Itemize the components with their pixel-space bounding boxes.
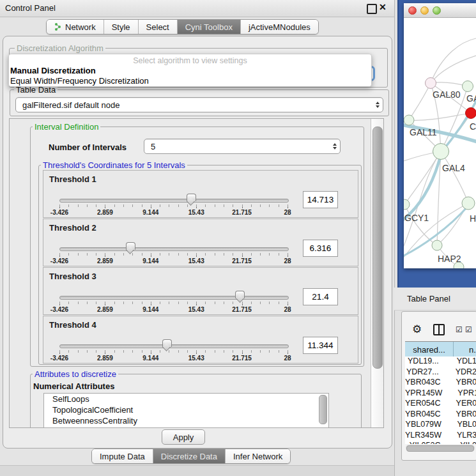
dropdown-placeholder: Select algorithm to view settings xyxy=(9,56,371,65)
cell-shared-name[interactable]: YIL052C xyxy=(405,441,445,444)
tab-discretize-data[interactable]: Discretize Data xyxy=(153,449,225,463)
table-row[interactable]: YIL052CYIL0 xyxy=(405,441,476,444)
threshold-2-slider[interactable]: -3.426 2.859 9.144 15.43 21.715 28 xyxy=(59,246,288,265)
cell-name[interactable]: YPR1 xyxy=(442,388,476,399)
cell-shared-name[interactable]: YBR043C xyxy=(405,378,441,388)
close-icon[interactable]: ✕ xyxy=(379,2,387,12)
network-canvas[interactable]: GAL80 GA GAL11 C GAL4 GCY1 H HAP2 xyxy=(404,17,476,268)
gear-icon[interactable]: ⚙ xyxy=(412,323,422,336)
list-item[interactable]: TopologicalCoefficient xyxy=(44,404,328,415)
slider-handle[interactable] xyxy=(126,242,135,250)
cell-shared-name[interactable]: YBL079W xyxy=(405,420,441,431)
list-item[interactable]: SelfLoops xyxy=(44,394,328,404)
table-row[interactable]: YDR27...YDR2 xyxy=(405,367,476,378)
threshold-2-value-field[interactable]: 6.316 xyxy=(303,240,338,257)
node-h[interactable] xyxy=(462,197,475,210)
table-data-combobox[interactable]: galFiltered.sif default node xyxy=(15,97,383,112)
zoom-traffic-light[interactable] xyxy=(433,6,441,15)
table-row[interactable]: YBL079WYBL0 xyxy=(405,420,476,431)
threshold-3-slider[interactable]: -3.426 2.859 9.144 15.43 21.715 28 xyxy=(59,295,288,314)
tab-cyni-toolbox[interactable]: Cyni Toolbox xyxy=(177,20,240,34)
tab-style[interactable]: Style xyxy=(104,20,138,34)
table-row[interactable]: YER054CYER0 xyxy=(405,399,476,410)
table-horizontal-scrollbar[interactable] xyxy=(406,445,475,451)
split-view-icon[interactable] xyxy=(433,324,445,335)
stepper-icon[interactable] xyxy=(330,143,340,150)
threshold-1-panel: Threshold 1 -3.426 2.859 9.144 xyxy=(43,170,358,218)
cell-name[interactable]: YBR0 xyxy=(441,410,476,420)
list-scrollbar[interactable] xyxy=(319,395,327,424)
close-traffic-light[interactable] xyxy=(408,6,417,15)
node-gal4[interactable] xyxy=(433,144,449,160)
threshold-1-value-field[interactable]: 14.713 xyxy=(303,191,338,208)
cell-shared-name[interactable]: YDR27... xyxy=(405,367,440,378)
node-label: GCY1 xyxy=(404,213,429,223)
cell-name[interactable]: YIL0 xyxy=(445,441,476,444)
node-label: GAL80 xyxy=(433,89,461,100)
table-row[interactable]: YBR043CYBR0 xyxy=(405,378,476,388)
table-row[interactable]: YLR345WYLR3 xyxy=(405,431,476,441)
node-gcy1[interactable] xyxy=(404,199,410,210)
slider-handle[interactable] xyxy=(235,291,245,298)
numerical-attributes-list[interactable]: SelfLoops TopologicalCoefficient Between… xyxy=(43,393,329,428)
dropdown-option-manual-discretization[interactable]: Manual Discretization xyxy=(10,66,96,75)
table-horizontal-scrollbar-thumb[interactable] xyxy=(406,445,474,452)
cell-name[interactable]: YER0 xyxy=(441,399,476,410)
column-header-shared-name[interactable]: shared... xyxy=(405,342,454,357)
dropdown-option-equal-width-frequency[interactable]: Equal Width/Frequency Discretization xyxy=(10,76,149,86)
cell-name[interactable]: YBL0 xyxy=(441,420,476,431)
cell-name[interactable]: YBR0 xyxy=(441,378,476,388)
threshold-4-slider[interactable]: -3.426 2.859 9.144 15.43 21.715 28 xyxy=(59,343,288,362)
tab-select[interactable]: Select xyxy=(138,20,177,34)
node-selected-red[interactable] xyxy=(466,108,476,119)
cell-name[interactable]: YDR2 xyxy=(440,367,476,378)
table-row[interactable]: YPR145WYPR1 xyxy=(405,388,476,399)
tab-network[interactable]: Network xyxy=(47,20,104,34)
node-hap2[interactable] xyxy=(432,240,442,250)
tick-label: 21.715 xyxy=(232,306,252,313)
node-gal11[interactable] xyxy=(404,115,414,125)
table-row[interactable]: YDL19...YDL1 xyxy=(405,357,476,367)
threshold-3-panel: Threshold 3 -3.426 2.859 9.144 xyxy=(43,267,358,315)
cell-shared-name[interactable]: YBR045C xyxy=(405,410,441,420)
panel-scrollbar[interactable] xyxy=(371,119,383,427)
threshold-4-value-field[interactable]: 11.344 xyxy=(303,337,338,354)
float-window-icon[interactable] xyxy=(367,4,377,14)
tab-impute-data[interactable]: Impute Data xyxy=(92,449,153,463)
threshold-3-value-field[interactable]: 21.4 xyxy=(303,288,338,305)
panel-scrollbar-thumb[interactable] xyxy=(372,127,383,369)
cell-shared-name[interactable]: YER054C xyxy=(405,399,441,410)
cell-shared-name[interactable]: YDL19... xyxy=(405,357,441,367)
slider-handle[interactable] xyxy=(187,194,196,201)
tick-label: -3.426 xyxy=(50,306,68,313)
cell-shared-name[interactable]: YPR145W xyxy=(405,388,442,399)
slider-handle[interactable] xyxy=(162,339,172,347)
apply-button-label: Apply xyxy=(173,433,194,442)
threshold-3-label: Threshold 3 xyxy=(49,272,96,281)
cell-name[interactable]: YDL1 xyxy=(441,357,476,367)
minimize-traffic-light[interactable] xyxy=(420,6,429,15)
apply-button[interactable]: Apply xyxy=(162,429,205,445)
column-header-name[interactable]: n... xyxy=(454,342,476,357)
checkbox-icon[interactable]: ☑ xyxy=(456,325,463,334)
node-ga[interactable] xyxy=(463,81,473,92)
slider-track[interactable] xyxy=(59,344,289,348)
slider-track[interactable] xyxy=(59,247,289,251)
cell-shared-name[interactable]: YLR345W xyxy=(405,431,441,441)
tab-jactivemodules[interactable]: jActiveMNodules xyxy=(240,20,318,34)
stepper-icon[interactable] xyxy=(372,102,383,108)
table-data-combobox-value: galFiltered.sif default node xyxy=(16,100,372,110)
threshold-1-label: Threshold 1 xyxy=(49,174,96,184)
list-item[interactable]: BetweennessCentrality xyxy=(44,415,328,426)
number-of-intervals-combobox[interactable]: 5 xyxy=(144,139,341,154)
cell-name[interactable]: YLR3 xyxy=(441,431,476,441)
node-gal80[interactable] xyxy=(426,78,436,89)
slider-track[interactable] xyxy=(59,296,289,300)
tick-label: 2.859 xyxy=(97,209,113,216)
slider-track[interactable] xyxy=(59,199,289,203)
tab-infer-network[interactable]: Infer Network xyxy=(225,449,290,463)
table-row[interactable]: YBR045CYBR0 xyxy=(405,410,476,420)
checkbox-icon[interactable]: ☑ xyxy=(465,325,472,334)
threshold-1-slider[interactable]: -3.426 2.859 9.144 15.43 21.715 28 xyxy=(59,197,288,217)
number-of-intervals-value: 5 xyxy=(144,142,330,151)
